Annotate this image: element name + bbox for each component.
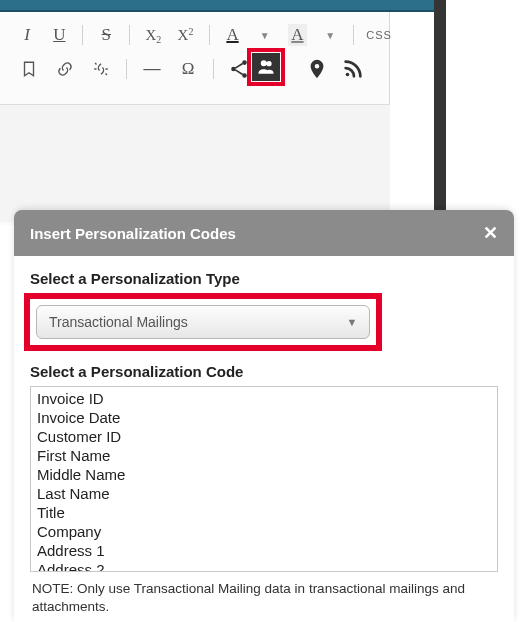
editor-canvas[interactable] bbox=[0, 104, 390, 222]
underline-button[interactable]: U bbox=[50, 24, 68, 46]
toolbar-separator bbox=[213, 59, 214, 79]
list-item[interactable]: Address 2 bbox=[35, 560, 493, 572]
code-label: Select a Personalization Code bbox=[30, 363, 498, 380]
insert-personalization-modal: Insert Personalization Codes ✕ Select a … bbox=[14, 210, 514, 622]
editor-divider-dark bbox=[434, 0, 446, 210]
personalization-code-list[interactable]: Invoice IDInvoice DateCustomer IDFirst N… bbox=[30, 386, 498, 572]
italic-button[interactable]: I bbox=[18, 24, 36, 46]
text-color-caret[interactable]: ▼ bbox=[256, 24, 274, 46]
type-label: Select a Personalization Type bbox=[30, 270, 498, 287]
list-item[interactable]: Invoice Date bbox=[35, 408, 493, 427]
link-icon[interactable] bbox=[54, 58, 76, 80]
rte-toolbar: I U S X2 X2 A ▼ A ▼ CSS — Ω bbox=[0, 18, 390, 86]
dropdown-value: Transactional Mailings bbox=[49, 314, 346, 330]
chevron-down-icon: ▼ bbox=[346, 316, 357, 328]
list-item[interactable]: Last Name bbox=[35, 484, 493, 503]
toolbar-row-1: I U S X2 X2 A ▼ A ▼ CSS bbox=[0, 18, 390, 52]
list-item[interactable]: Address 1 bbox=[35, 541, 493, 560]
css-button[interactable]: CSS bbox=[368, 24, 390, 46]
rss-icon[interactable] bbox=[342, 58, 364, 80]
editor-topbar bbox=[0, 0, 434, 12]
toolbar-separator bbox=[126, 59, 127, 79]
strikethrough-button[interactable]: S bbox=[97, 24, 115, 46]
highlight-caret[interactable]: ▼ bbox=[321, 24, 339, 46]
personalization-type-dropdown[interactable]: Transactional Mailings ▼ bbox=[36, 305, 370, 339]
highlight-personalization-button bbox=[247, 48, 285, 86]
superscript-button[interactable]: X2 bbox=[176, 24, 194, 46]
modal-title: Insert Personalization Codes bbox=[30, 225, 236, 242]
close-icon[interactable]: ✕ bbox=[483, 222, 498, 244]
toolbar-separator bbox=[129, 25, 130, 45]
unlink-icon[interactable] bbox=[90, 58, 112, 80]
toolbar-separator bbox=[353, 25, 354, 45]
toolbar-row-2: — Ω bbox=[0, 52, 390, 86]
toolbar-separator bbox=[82, 25, 83, 45]
modal-body: Select a Personalization Type Transactio… bbox=[14, 256, 514, 619]
subscript-button[interactable]: X2 bbox=[144, 24, 162, 46]
omega-icon[interactable]: Ω bbox=[177, 58, 199, 80]
text-color-button[interactable]: A bbox=[223, 24, 241, 46]
bookmark-icon[interactable] bbox=[18, 58, 40, 80]
list-item[interactable]: Title bbox=[35, 503, 493, 522]
modal-header: Insert Personalization Codes ✕ bbox=[14, 210, 514, 256]
highlight-button[interactable]: A bbox=[288, 24, 307, 46]
toolbar-separator bbox=[209, 25, 210, 45]
list-item[interactable]: Middle Name bbox=[35, 465, 493, 484]
location-icon[interactable] bbox=[306, 58, 328, 80]
modal-note: NOTE: Only use Transactional Mailing dat… bbox=[30, 572, 498, 615]
list-item[interactable]: First Name bbox=[35, 446, 493, 465]
list-item[interactable]: Customer ID bbox=[35, 427, 493, 446]
highlight-type-dropdown: Transactional Mailings ▼ bbox=[24, 293, 382, 351]
editor-rightpad bbox=[390, 12, 434, 225]
svg-point-3 bbox=[346, 73, 350, 77]
list-item[interactable]: Company bbox=[35, 522, 493, 541]
list-item[interactable]: Invoice ID bbox=[35, 389, 493, 408]
hr-icon[interactable]: — bbox=[141, 58, 163, 80]
